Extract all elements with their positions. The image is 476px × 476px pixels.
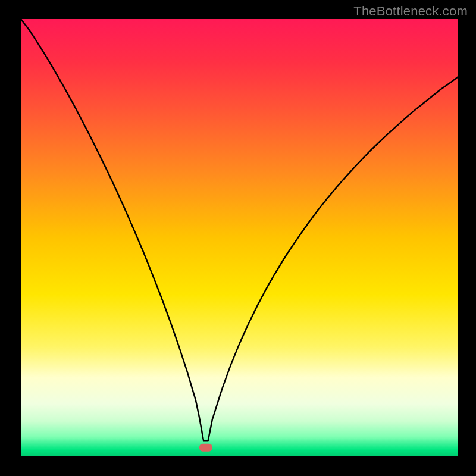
optimal-marker (199, 444, 212, 452)
plot-background (21, 19, 458, 456)
chart-frame: TheBottleneck.com (0, 0, 476, 476)
bottleneck-chart (0, 0, 476, 476)
watermark-text: TheBottleneck.com (353, 4, 468, 19)
